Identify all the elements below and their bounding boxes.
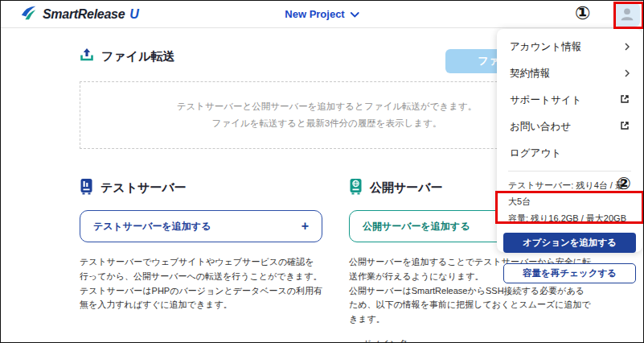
chevron-right-icon [625,42,630,53]
plus-icon: + [301,219,309,233]
annotation-number-2: ② [617,174,631,193]
upload-icon [80,48,94,65]
top-header: SmartReleaseU New Project [1,1,643,28]
menu-divider [508,171,631,172]
external-link-icon [620,94,630,106]
file-transfer-section-title: ファイル転送 [80,48,174,65]
test-server-description-1: テストサーバーでウェブサイトやウェブサービスの確認を行ってから、公開サーバーへの… [80,255,322,284]
person-icon [618,5,636,26]
project-selector-label: New Project [285,8,344,20]
menu-item-contract-info[interactable]: 契約情報 [497,60,642,87]
add-option-button[interactable]: オプションを追加する [503,233,636,253]
brand-logo: SmartReleaseU [20,4,139,25]
recheck-capacity-button[interactable]: 容量を再チェックする [503,263,636,283]
quota-capacity: 容量: 残り16.2GB / 最大20GB [508,210,631,226]
menu-item-logout-label: ログアウト [510,147,561,160]
menu-item-support-site-label: サポートサイト [510,93,581,107]
menu-item-account-info[interactable]: アカウント情報 [497,34,642,60]
empty-state-line2: ファイルを転送すると最新3件分の履歴を表示します。 [212,115,442,132]
test-server-description: テストサーバーでウェブサイトやウェブサービスの確認を行ってから、公開サーバーへの… [80,255,322,312]
annotation-number-1: ① [575,2,590,24]
brand-swoosh-icon [20,4,38,25]
menu-item-contact-label: お問い合わせ [510,120,571,134]
project-selector[interactable]: New Project [285,8,359,20]
test-server-description-2: テストサーバーはPHPのバージョンとデータベースの利用有無を入力すればすぐに追加… [80,284,322,313]
test-server-icon [80,178,93,198]
menu-item-support-site[interactable]: サポートサイト [497,87,642,114]
public-server-title: 公開サーバー [370,180,443,196]
test-server-heading: テストサーバー [80,178,322,198]
app-window: SmartReleaseU New Project ファイル転送 [0,0,644,343]
file-transfer-title: ファイル転送 [101,49,174,64]
brand-suffix: U [129,7,139,22]
public-server-description-2: 公開サーバーはSmartReleaseからSSH接続する必要があるため、以下の情… [349,284,592,327]
chevron-down-icon [351,8,359,20]
add-public-server-label: 公開サーバーを追加する [363,220,470,233]
account-dropdown-menu: アカウント情報 契約情報 サポートサイト お問い合わせ ログアウト [497,29,642,252]
requirement-domain: ドメイン名 [363,337,592,343]
brand-name: SmartRelease [43,7,125,22]
empty-state-line1: テストサーバーと公開サーバーを追加するとファイル転送ができます。 [177,98,478,115]
chevron-right-icon [625,68,630,80]
external-link-icon [620,121,630,133]
add-test-server-label: テストサーバーを追加する [93,220,211,233]
quota-servers: テストサーバー: 残り4台 / 最大5台 [508,177,631,210]
menu-item-account-info-label: アカウント情報 [510,40,581,54]
menu-item-contact[interactable]: お問い合わせ [497,114,642,140]
menu-item-logout[interactable]: ログアウト [497,140,642,167]
user-avatar[interactable] [614,3,640,27]
menu-item-contract-info-label: 契約情報 [510,67,550,81]
test-server-title: テストサーバー [100,180,187,196]
add-test-server-button[interactable]: テストサーバーを追加する + [80,210,322,242]
public-server-requirements-list: ドメイン名 データベース接続情報 SSH接続情報 (公開鍵はSmartRelea… [349,337,592,343]
test-server-section: テストサーバー テストサーバーを追加する + テストサーバーでウェブサイトやウェ… [80,178,322,312]
public-server-icon [349,178,363,198]
